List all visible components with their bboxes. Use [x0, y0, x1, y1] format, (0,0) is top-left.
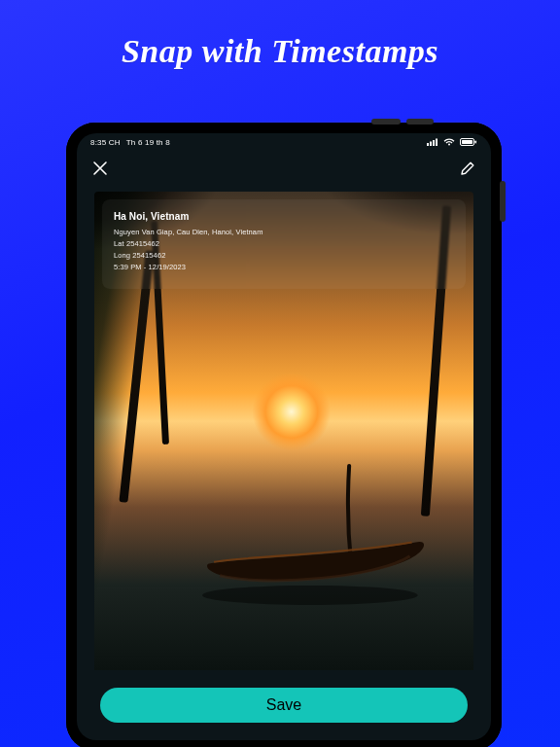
svg-rect-6	[475, 141, 477, 144]
decoration	[200, 441, 436, 622]
photo-preview[interactable]: Ha Noi, Vietnam Nguyen Van Giap, Cau Die…	[94, 192, 473, 670]
svg-rect-1	[430, 142, 432, 147]
timestamp-overlay[interactable]: Ha Noi, Vietnam Nguyen Van Giap, Cau Die…	[102, 199, 466, 289]
stamp-long: Long 25415462	[114, 250, 454, 262]
status-time: 8:35 CH	[90, 138, 121, 147]
save-button[interactable]: Save	[100, 688, 468, 723]
svg-rect-7	[462, 140, 472, 144]
status-date: Th 6 19 th 8	[126, 138, 170, 147]
svg-point-8	[202, 586, 418, 605]
stamp-address: Nguyen Van Giap, Cau Dien, Hanoi, Vietna…	[114, 227, 454, 238]
svg-rect-3	[436, 139, 438, 147]
toolbar	[77, 151, 491, 186]
svg-rect-0	[427, 143, 429, 146]
bottom-bar: Save	[77, 670, 491, 740]
stamp-location: Ha Noi, Vietnam	[114, 209, 454, 225]
wifi-icon	[443, 138, 455, 146]
close-button[interactable]	[92, 160, 108, 176]
device-button-decoration	[371, 119, 401, 124]
screen: 8:35 CH Th 6 19 th 8	[77, 133, 491, 740]
page-title: Snap with Timestamps	[122, 33, 438, 70]
device-button-decoration	[500, 181, 506, 222]
battery-icon	[460, 138, 477, 146]
save-button-label: Save	[266, 696, 301, 714]
edit-button[interactable]	[460, 160, 475, 176]
tablet-frame: 8:35 CH Th 6 19 th 8	[66, 123, 502, 747]
signal-icon	[427, 138, 438, 146]
status-bar: 8:35 CH Th 6 19 th 8	[77, 133, 491, 151]
photo-area: Ha Noi, Vietnam Nguyen Van Giap, Cau Die…	[77, 186, 491, 670]
svg-rect-2	[433, 140, 435, 146]
stamp-lat: Lat 25415462	[114, 238, 454, 250]
device-button-decoration	[406, 119, 434, 124]
stamp-datetime: 5:39 PM - 12/19/2023	[114, 262, 454, 273]
svg-point-4	[448, 144, 450, 146]
